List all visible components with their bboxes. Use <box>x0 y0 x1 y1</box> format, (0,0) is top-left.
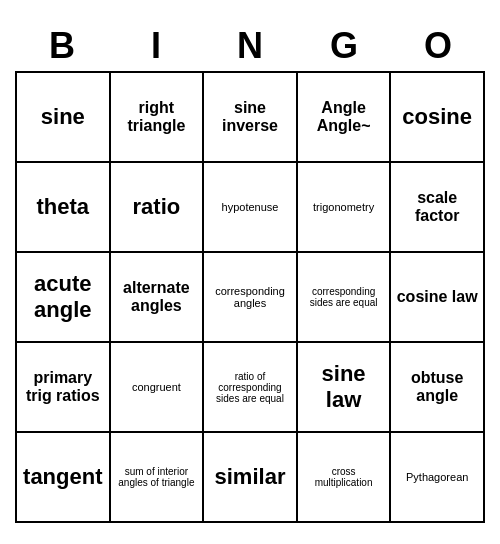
header-letter: N <box>203 21 297 71</box>
bingo-cell: cosine <box>391 73 485 163</box>
header-letter: G <box>297 21 391 71</box>
bingo-cell: Angle Angle~ <box>298 73 392 163</box>
bingo-cell: ratio of corresponding sides are equal <box>204 343 298 433</box>
bingo-cell: similar <box>204 433 298 523</box>
header-letter: O <box>391 21 485 71</box>
bingo-cell: cosine law <box>391 253 485 343</box>
bingo-cell: theta <box>17 163 111 253</box>
bingo-cell: sine inverse <box>204 73 298 163</box>
bingo-cell: ratio <box>111 163 205 253</box>
bingo-cell: tangent <box>17 433 111 523</box>
bingo-cell: scale factor <box>391 163 485 253</box>
header-letter: B <box>15 21 109 71</box>
bingo-header: BINGO <box>15 21 485 71</box>
bingo-cell: trigonometry <box>298 163 392 253</box>
header-letter: I <box>109 21 203 71</box>
bingo-cell: sum of interior angles of triangle <box>111 433 205 523</box>
bingo-cell: right triangle <box>111 73 205 163</box>
bingo-cell: sine <box>17 73 111 163</box>
bingo-cell: acute angle <box>17 253 111 343</box>
bingo-cell: Pythagorean <box>391 433 485 523</box>
bingo-cell: sine law <box>298 343 392 433</box>
bingo-cell: primary trig ratios <box>17 343 111 433</box>
bingo-cell: alternate angles <box>111 253 205 343</box>
bingo-cell: hypotenuse <box>204 163 298 253</box>
bingo-grid: sineright trianglesine inverseAngle Angl… <box>15 71 485 523</box>
bingo-card: BINGO sineright trianglesine inverseAngl… <box>15 21 485 523</box>
bingo-cell: corresponding sides are equal <box>298 253 392 343</box>
bingo-cell: corresponding angles <box>204 253 298 343</box>
bingo-cell: cross multiplication <box>298 433 392 523</box>
bingo-cell: obtuse angle <box>391 343 485 433</box>
bingo-cell: congruent <box>111 343 205 433</box>
